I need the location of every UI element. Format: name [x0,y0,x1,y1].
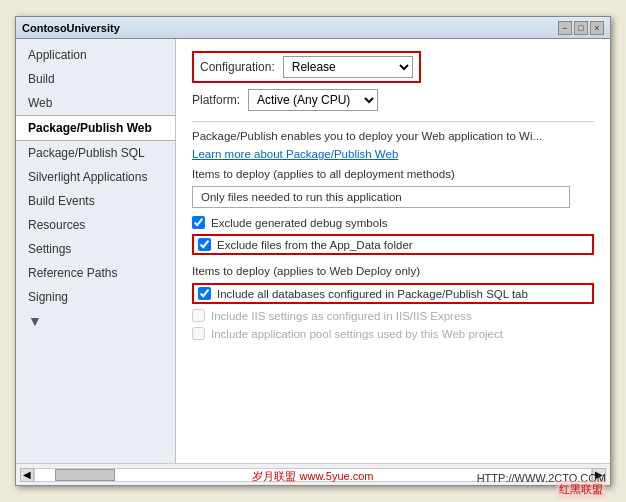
checkbox-row-4: Include IIS settings as configured in II… [192,309,594,322]
titlebar-buttons: − □ × [558,21,604,35]
checkbox-debug-symbols-label: Exclude generated debug symbols [211,217,387,229]
configuration-select[interactable]: Release Active (Release) Debug All Confi… [283,56,413,78]
checkbox-row-5: Include application pool settings used b… [192,327,594,340]
sidebar-item-resources[interactable]: Resources [16,213,175,237]
checkbox-row-1: Exclude generated debug symbols [192,216,594,229]
sidebar-item-package-publish-sql[interactable]: Package/Publish SQL [16,141,175,165]
scroll-left-button[interactable]: ◀ [20,468,34,482]
platform-label: Platform: [192,93,240,107]
items-to-deploy-web-label: Items to deploy (applies to Web Deploy o… [192,265,594,277]
window-title: ContosoUniversity [22,22,120,34]
platform-row: Platform: Active (Any CPU) Any CPU [192,89,594,111]
titlebar: ContosoUniversity − □ × [16,17,610,39]
bottom-bar: ◀ ▶ [16,463,610,485]
sidebar-item-build[interactable]: Build [16,67,175,91]
checkbox-app-pool [192,327,205,340]
main-window: ContosoUniversity − □ × Application Buil… [15,16,611,486]
checkbox-iis [192,309,205,322]
checkbox-row-2-highlighted: Exclude files from the App_Data folder [192,234,594,255]
sidebar-item-settings[interactable]: Settings [16,237,175,261]
minimize-button[interactable]: − [558,21,572,35]
platform-select[interactable]: Active (Any CPU) Any CPU [248,89,378,111]
main-panel: Configuration: Release Active (Release) … [176,39,610,463]
checkbox-iis-label: Include IIS settings as configured in II… [211,310,472,322]
sidebar-item-silverlight[interactable]: Silverlight Applications [16,165,175,189]
scroll-right-button[interactable]: ▶ [592,468,606,482]
restore-button[interactable]: □ [574,21,588,35]
content-area: Application Build Web Package/Publish We… [16,39,610,463]
checkbox-app-pool-label: Include application pool settings used b… [211,328,503,340]
checkbox-debug-symbols[interactable] [192,216,205,229]
checkbox-databases[interactable] [198,287,211,300]
scrollbar-thumb [55,469,115,481]
checkbox-row-3-highlighted: Include all databases configured in Pack… [192,283,594,304]
sidebar: Application Build Web Package/Publish We… [16,39,176,463]
learn-more-link[interactable]: Learn more about Package/Publish Web [192,148,594,160]
items-to-deploy-label: Items to deploy (applies to all deployme… [192,168,594,180]
configuration-label: Configuration: [200,60,275,74]
description-text: Package/Publish enables you to deploy yo… [192,128,594,144]
sidebar-item-application[interactable]: Application [16,43,175,67]
sidebar-item-web[interactable]: Web [16,91,175,115]
checkbox-databases-label: Include all databases configured in Pack… [217,288,528,300]
separator1 [192,121,594,122]
sidebar-item-build-events[interactable]: Build Events [16,189,175,213]
sidebar-item-signing[interactable]: Signing [16,285,175,309]
checkbox-app-data-label: Exclude files from the App_Data folder [217,239,413,251]
sidebar-item-package-publish-web[interactable]: Package/Publish Web [16,115,175,141]
close-button[interactable]: × [590,21,604,35]
sidebar-item-reference-paths[interactable]: Reference Paths [16,261,175,285]
sidebar-scroll-down[interactable]: ▼ [16,309,175,333]
bottom-scrollbar[interactable] [34,468,592,482]
checkbox-app-data[interactable] [198,238,211,251]
deploy-dropdown[interactable]: Only files needed to run this applicatio… [192,186,570,208]
